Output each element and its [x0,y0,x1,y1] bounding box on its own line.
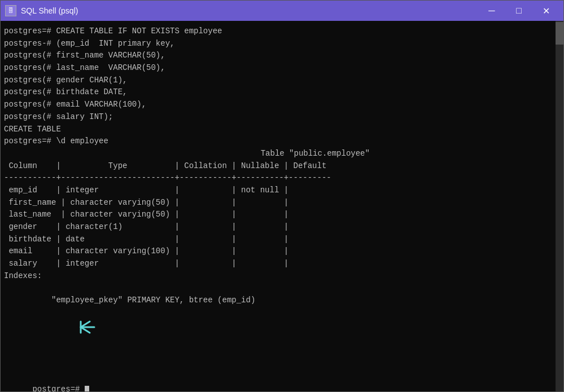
row-empid: emp_id | integer | | not null | [4,184,560,197]
prompt-text: postgres=# [32,385,84,391]
cursor [85,386,89,391]
table-header: Column | Type | Collation | Nullable | D… [4,160,560,173]
titlebar: 🗄 SQL Shell (psql) ─ □ ✕ [1,1,563,21]
maximize-button[interactable]: □ [506,1,532,21]
line-6: postgres(# birthdate DATE, [4,86,560,99]
line-3: postgres(# first_name VARCHAR(50), [4,50,560,62]
table-title: Table "public.employee" [4,148,560,160]
line-2: postgres-# (emp_id INT primary key, [4,38,560,50]
line-5: postgres(# gender CHAR(1), [4,74,560,87]
terminal-area[interactable]: postgres=# CREATE TABLE IF NOT EXISTS em… [1,21,563,391]
line-9: CREATE TABLE [4,124,560,136]
index-text: "employee_pkey" PRIMARY KEY, btree (emp_… [32,296,260,305]
scrollbar[interactable] [556,21,563,391]
row-gender: gender | character(1) | | | [4,221,560,234]
separator-line: -----------+------------------------+---… [4,172,560,184]
line-8: postgres(# salary INT); [4,111,560,124]
app-icon: 🗄 [5,5,16,16]
arrow-icon [37,307,95,347]
window-controls: ─ □ ✕ [479,1,559,21]
scrollbar-thumb[interactable] [556,22,563,45]
prompt-line: postgres=# [4,372,560,391]
line-7: postgres(# email VARCHAR(100), [4,99,560,111]
row-email: email | character varying(100) | | | [4,245,560,258]
line-1: postgres=# CREATE TABLE IF NOT EXISTS em… [4,25,560,38]
row-lastname: last_name | character varying(50) | | | [4,209,560,221]
app-icon-symbol: 🗄 [8,7,14,14]
row-birthdate: birthdate | date | | | [4,234,560,246]
minimize-button[interactable]: ─ [479,1,505,21]
main-window: 🗄 SQL Shell (psql) ─ □ ✕ postgres=# CREA… [0,0,564,392]
row-firstname: first_name | character varying(50) | | | [4,197,560,209]
index-entry: "employee_pkey" PRIMARY KEY, btree (emp_… [4,282,560,359]
line-10: postgres=# \d employee [4,135,560,148]
line-4: postgres(# last_name VARCHAR(50), [4,62,560,74]
row-salary: salary | integer | | | [4,258,560,270]
close-button[interactable]: ✕ [533,1,559,21]
indexes-label: Indexes: [4,270,560,283]
blank-line [4,359,560,372]
window-title: SQL Shell (psql) [21,6,479,15]
